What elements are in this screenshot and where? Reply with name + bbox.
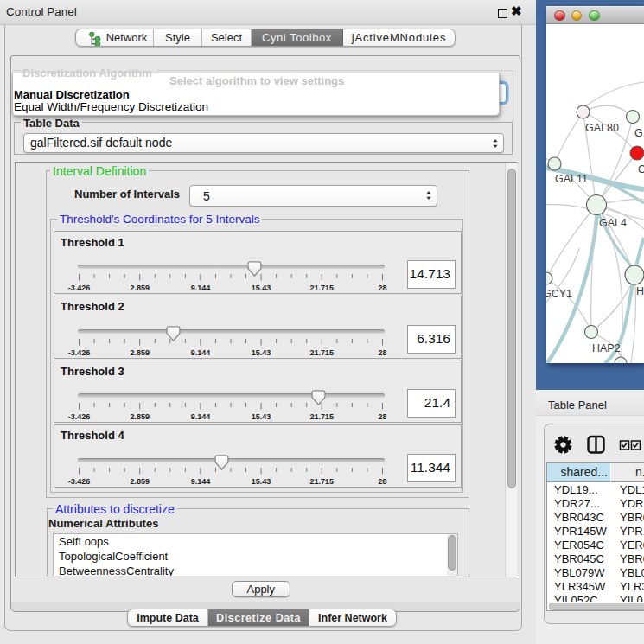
svg-text:HAP2: HAP2 [592, 342, 621, 354]
svg-text:GCY1: GCY1 [546, 288, 572, 300]
svg-text:G.: G. [634, 127, 644, 139]
svg-text:GAL80: GAL80 [585, 122, 619, 134]
svg-text:GAL4: GAL4 [599, 217, 627, 229]
svg-text:C: C [638, 163, 644, 175]
svg-text:GAL11: GAL11 [555, 173, 588, 185]
svg-text:H: H [636, 285, 644, 297]
